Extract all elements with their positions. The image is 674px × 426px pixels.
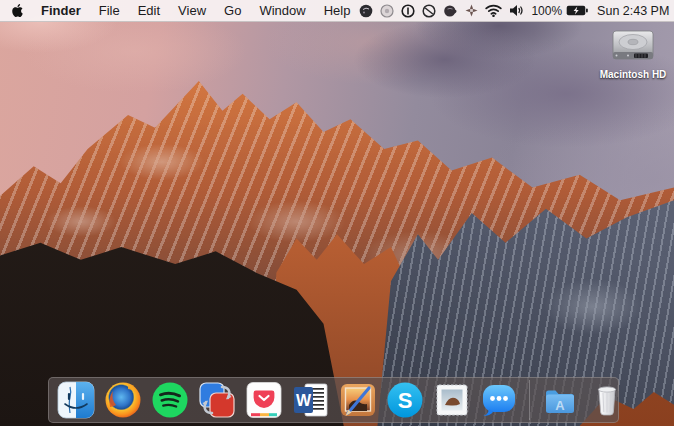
trash-dock-icon[interactable] — [588, 381, 626, 419]
spotify-dock-icon[interactable] — [151, 381, 189, 419]
menu-bar-status: 100% Sun 2:43 PM — [359, 0, 674, 21]
skype-dock-icon[interactable]: S — [386, 381, 424, 419]
volume-icon[interactable] — [509, 4, 524, 17]
pinwheel-icon[interactable] — [465, 4, 478, 17]
desktop-icon-macintosh-hd[interactable]: Macintosh HD — [601, 27, 665, 80]
menu-item-view[interactable]: View — [169, 0, 215, 21]
applications-folder-letter: A — [555, 398, 565, 413]
firefox-dock-icon[interactable] — [104, 381, 142, 419]
desktop-screen: Finder File Edit View Go Window Help — [0, 0, 674, 426]
menu-bar: Finder File Edit View Go Window Help — [0, 0, 674, 22]
mail-dock-icon[interactable] — [433, 381, 471, 419]
menu-bar-left: Finder File Edit View Go Window Help — [0, 0, 359, 21]
power-circle-icon[interactable] — [401, 4, 415, 18]
word-letter: W — [296, 392, 312, 409]
pocket-dock-icon[interactable] — [245, 381, 283, 419]
menu-item-help[interactable]: Help — [315, 0, 360, 21]
apple-menu-icon[interactable] — [11, 0, 32, 21]
wallpaper — [0, 0, 674, 426]
dark-cup-icon[interactable] — [443, 4, 458, 18]
dark-sphere-icon[interactable] — [359, 4, 373, 18]
menu-item-go[interactable]: Go — [215, 0, 250, 21]
skype-letter: S — [398, 388, 413, 413]
hard-drive-icon — [610, 27, 656, 67]
vmware-fusion-dock-icon[interactable] — [198, 381, 236, 419]
messages-dock-icon[interactable] — [480, 381, 518, 419]
menu-bar-clock[interactable]: Sun 2:43 PM — [595, 4, 671, 18]
menu-item-finder[interactable]: Finder — [32, 0, 90, 21]
menu-item-edit[interactable]: Edit — [129, 0, 169, 21]
desktop-icon-label: Macintosh HD — [600, 69, 667, 80]
dock: W S — [48, 377, 619, 423]
battery-status[interactable]: 100% — [531, 4, 588, 18]
prohibit-circle-icon[interactable] — [422, 4, 436, 18]
dock-separator — [529, 380, 530, 420]
image-editor-dock-icon[interactable] — [339, 381, 377, 419]
battery-percent-label: 100% — [531, 4, 562, 18]
menu-item-window[interactable]: Window — [250, 0, 314, 21]
menu-item-file[interactable]: File — [90, 0, 129, 21]
word-dock-icon[interactable]: W — [292, 381, 330, 419]
finder-dock-icon[interactable] — [57, 381, 95, 419]
applications-folder-dock-icon[interactable]: A — [541, 381, 579, 419]
gray-circle-icon[interactable] — [380, 4, 394, 18]
wifi-icon[interactable] — [485, 4, 502, 17]
battery-charging-icon — [566, 5, 588, 16]
